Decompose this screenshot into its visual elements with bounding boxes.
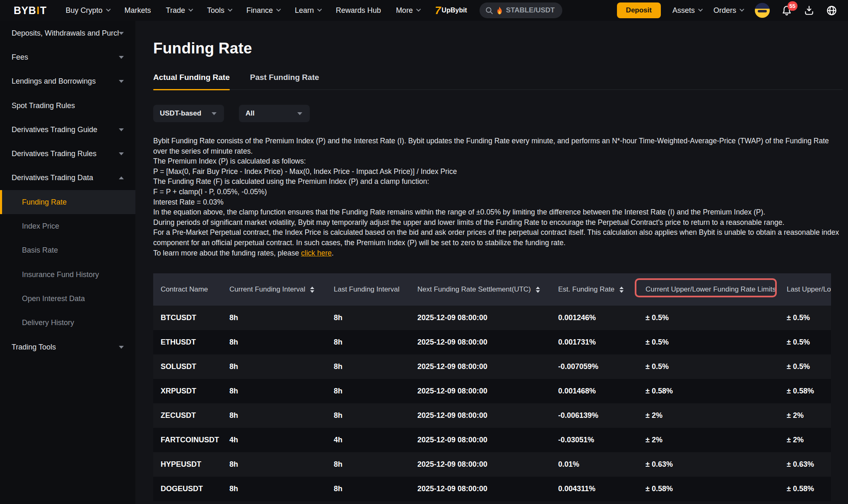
bybit-logo[interactable]: BYBIT: [14, 5, 47, 17]
cell-last-interval: 8h: [334, 387, 417, 395]
caret-down-icon: [119, 128, 124, 131]
nav-item-learn[interactable]: Learn: [295, 6, 321, 15]
sidebar-item-basis-rate[interactable]: Basis Rate: [0, 239, 135, 263]
sidebar-item-deposits-withdrawals[interactable]: Deposits, Withdrawals and Purcha...: [0, 21, 135, 45]
cell-current-interval: 8h: [229, 313, 334, 322]
column-label: Est. Funding Rate: [558, 285, 614, 294]
notification-badge: 55: [788, 1, 797, 11]
upbybit-link[interactable]: 7 UpBybit: [435, 4, 467, 17]
nav-item-tools[interactable]: Tools: [207, 6, 231, 15]
cell-next-settlement: 2025-12-09 08:00:00: [417, 362, 558, 371]
sidebar-item-derivatives-trading-data[interactable]: Derivatives Trading Data: [0, 166, 135, 190]
nav-item-finance[interactable]: Finance: [246, 6, 280, 15]
table-row-fartcoinusdt: FARTCOINUSDT 4h 4h 2025-12-09 08:00:00 -…: [153, 428, 831, 452]
sidebar-item-label: Trading Tools: [12, 343, 56, 352]
sidebar-item-lendings-borrowings[interactable]: Lendings and Borrowings: [0, 70, 135, 94]
download-app-button[interactable]: [804, 5, 814, 16]
cell-current-limits: ± 0.5%: [646, 338, 787, 347]
nav-item-more[interactable]: More: [396, 6, 420, 15]
cell-current-limits: ± 2%: [646, 411, 787, 420]
nav-item-buy-crypto[interactable]: Buy Crypto: [66, 6, 110, 15]
sidebar-item-trading-tools[interactable]: Trading Tools: [0, 335, 135, 359]
sidebar-item-label: Derivatives Trading Rules: [12, 150, 96, 158]
cell-next-settlement: 2025-12-09 08:00:00: [417, 411, 558, 420]
description-line: During periods of significant market vol…: [153, 217, 845, 228]
cell-next-settlement: 2025-12-09 08:00:00: [417, 313, 558, 322]
sidebar-item-fees[interactable]: Fees: [0, 45, 135, 69]
assets-menu[interactable]: Assets: [672, 6, 702, 15]
avatar[interactable]: [755, 3, 770, 18]
upbybit-seven-icon: 7: [435, 4, 441, 17]
sidebar-item-funding-rate[interactable]: Funding Rate: [0, 190, 135, 214]
settlement-currency-dropdown[interactable]: USDT-based: [153, 105, 224, 122]
globe-icon: [826, 5, 837, 16]
cell-contract: BTCUSDT: [153, 313, 229, 322]
caret-down-icon: [297, 112, 302, 115]
sidebar: Deposits, Withdrawals and Purcha... Fees…: [0, 21, 135, 504]
nav-item-label: Finance: [246, 6, 273, 15]
column-header-last-upper-lower-limits: Last Upper/Low: [787, 285, 831, 294]
assets-label: Assets: [672, 6, 695, 15]
language-button[interactable]: [826, 5, 837, 16]
sidebar-item-label: Fees: [12, 53, 28, 62]
cell-contract: ETHUSDT: [153, 338, 229, 347]
cell-est-rate: 0.001731%: [558, 338, 646, 347]
sidebar-item-label: Spot Trading Rules: [12, 101, 75, 110]
description-line: P = [Max(0, Fair Buy Price - Index Price…: [153, 166, 845, 177]
search-query: STABLE/USDT: [506, 6, 555, 14]
description-line: For a Pre-Market Perpetual contract, the…: [153, 227, 845, 248]
sort-icon[interactable]: [619, 287, 624, 293]
sort-icon[interactable]: [310, 287, 314, 293]
table-row-dogeusdt: DOGEUSDT 8h 8h 2025-12-09 08:00:00 0.004…: [153, 477, 831, 501]
cell-last-interval: 8h: [334, 338, 417, 347]
chevron-down-icon: [228, 7, 232, 11]
description-line: The Funding Rate (F) is calculated using…: [153, 176, 845, 187]
nav-item-markets[interactable]: Markets: [125, 6, 151, 15]
table-body: BTCUSDT 8h 8h 2025-12-09 08:00:00 0.0012…: [153, 306, 831, 501]
cell-next-settlement: 2025-12-09 08:00:00: [417, 338, 558, 347]
column-header-current-upper-lower-limits: Current Upper/Lower Funding Rate Limits: [646, 285, 787, 294]
logo-text-post: T: [40, 5, 47, 17]
sidebar-item-delivery-history[interactable]: Delivery History: [0, 311, 135, 335]
sort-icon[interactable]: [536, 287, 540, 293]
caret-down-icon: [212, 112, 217, 115]
click-here-link[interactable]: click here: [301, 249, 332, 257]
table-row-btcusdt: BTCUSDT 8h 8h 2025-12-09 08:00:00 0.0012…: [153, 306, 831, 330]
search-input[interactable]: STABLE/USDT: [479, 2, 562, 18]
cell-last-interval: 8h: [334, 411, 417, 420]
cell-current-limits: ± 0.5%: [646, 313, 787, 322]
cell-est-rate: 0.001468%: [558, 387, 646, 395]
top-nav: BYBIT Buy Crypto Markets Trade Tools Fin…: [0, 0, 848, 21]
bybit-funding-rate-page: BYBIT Buy Crypto Markets Trade Tools Fin…: [0, 0, 848, 504]
cell-est-rate: -0.03051%: [558, 436, 646, 444]
nav-item-label: More: [396, 6, 413, 15]
sidebar-item-label: Deposits, Withdrawals and Purcha...: [12, 29, 119, 38]
nav-item-label: Markets: [125, 6, 151, 15]
orders-menu[interactable]: Orders: [713, 6, 743, 15]
sidebar-item-spot-trading-rules[interactable]: Spot Trading Rules: [0, 94, 135, 118]
description-line: Interest Rate = 0.03%: [153, 197, 845, 207]
cell-last-limits: ± 0.63%: [787, 460, 831, 469]
sidebar-item-open-interest-data[interactable]: Open Interest Data: [0, 287, 135, 311]
caret-down-icon: [119, 80, 124, 83]
notifications-button[interactable]: 55: [781, 5, 792, 16]
cell-contract: ZECUSDT: [153, 411, 229, 420]
cell-last-limits: ± 2%: [787, 436, 831, 444]
page-title: Funding Rate: [153, 40, 252, 57]
tab-actual-funding-rate[interactable]: Actual Funding Rate: [153, 73, 230, 89]
table-row-zecusdt: ZECUSDT 8h 8h 2025-12-09 08:00:00 -0.006…: [153, 403, 831, 428]
sidebar-item-insurance-fund-history[interactable]: Insurance Fund History: [0, 263, 135, 287]
deposit-button[interactable]: Deposit: [617, 2, 661, 18]
cell-last-limits: ± 0.5%: [787, 362, 831, 371]
sidebar-item-derivatives-trading-rules[interactable]: Derivatives Trading Rules: [0, 142, 135, 166]
tab-past-funding-rate[interactable]: Past Funding Rate: [250, 73, 319, 89]
sidebar-item-index-price[interactable]: Index Price: [0, 214, 135, 238]
contract-filter-dropdown[interactable]: All: [239, 105, 310, 122]
cell-est-rate: -0.006139%: [558, 411, 646, 420]
dropdown-value: USDT-based: [160, 109, 201, 118]
cell-current-interval: 8h: [229, 411, 334, 420]
cell-contract: DOGEUSDT: [153, 485, 229, 493]
nav-item-trade[interactable]: Trade: [166, 6, 192, 15]
nav-item-rewards-hub[interactable]: Rewards Hub: [336, 6, 381, 15]
sidebar-item-derivatives-trading-guide[interactable]: Derivatives Trading Guide: [0, 118, 135, 142]
